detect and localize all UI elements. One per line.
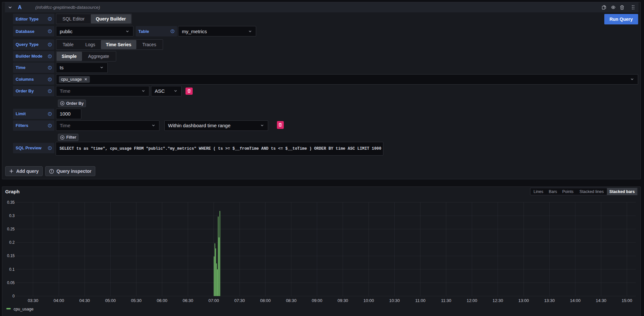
svg-text:0.1: 0.1 [9, 267, 15, 272]
svg-text:05:30: 05:30 [131, 298, 142, 303]
svg-text:14:00: 14:00 [570, 298, 581, 303]
svg-text:06:00: 06:00 [157, 298, 168, 303]
svg-text:04:00: 04:00 [54, 298, 64, 303]
svg-text:0.2: 0.2 [9, 240, 15, 245]
svg-text:08:30: 08:30 [286, 298, 297, 303]
svg-text:09:30: 09:30 [337, 298, 348, 303]
svg-text:10:30: 10:30 [389, 298, 400, 303]
svg-text:0.15: 0.15 [7, 254, 15, 258]
svg-text:0.05: 0.05 [7, 281, 15, 285]
svg-text:cpu_usage: cpu_usage [14, 307, 34, 311]
svg-text:06:30: 06:30 [183, 298, 193, 303]
svg-text:0: 0 [12, 294, 15, 298]
svg-text:0.35: 0.35 [7, 200, 15, 205]
svg-text:14:30: 14:30 [596, 298, 607, 303]
svg-text:03:30: 03:30 [28, 298, 38, 303]
svg-text:09:00: 09:00 [312, 298, 322, 303]
svg-text:12:00: 12:00 [467, 298, 477, 303]
svg-text:10:00: 10:00 [363, 298, 374, 303]
svg-text:0.25: 0.25 [7, 227, 15, 231]
svg-text:05:00: 05:00 [105, 298, 116, 303]
svg-text:12:30: 12:30 [492, 298, 503, 303]
svg-text:07:00: 07:00 [209, 298, 219, 303]
svg-text:11:00: 11:00 [415, 298, 426, 303]
svg-text:13:30: 13:30 [544, 298, 555, 303]
svg-text:11:30: 11:30 [441, 298, 451, 303]
svg-text:07:30: 07:30 [234, 298, 245, 303]
svg-text:08:00: 08:00 [260, 298, 271, 303]
svg-text:15:00: 15:00 [622, 298, 632, 303]
svg-text:04:30: 04:30 [79, 298, 90, 303]
svg-text:13:00: 13:00 [518, 298, 529, 303]
svg-text:0.3: 0.3 [9, 213, 15, 218]
